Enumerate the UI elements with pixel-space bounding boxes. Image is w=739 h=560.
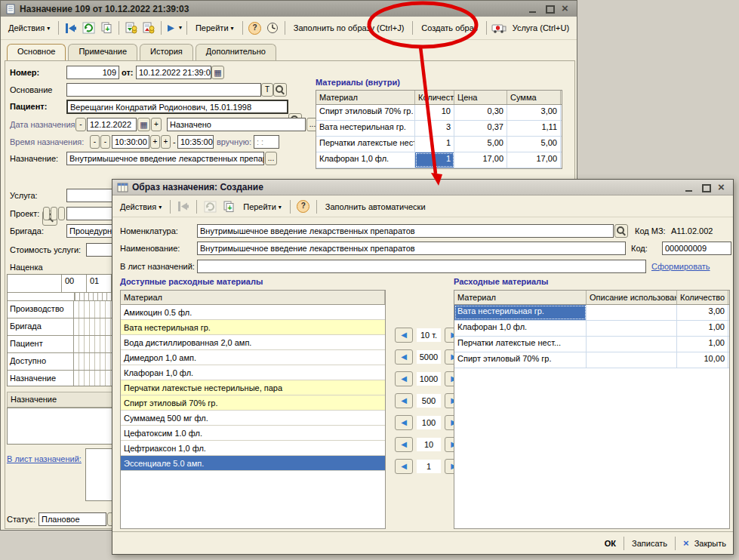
save-close-button[interactable] (63, 20, 79, 35)
cell-material[interactable]: Клафоран 1,0 фл. (454, 321, 587, 336)
available-row[interactable]: Амикоцин 0.5 фл. (121, 305, 385, 320)
minimize-icon[interactable] (528, 4, 539, 14)
cell-quantity[interactable]: 1,00 (677, 321, 728, 336)
cell-material[interactable]: Перчатки латекстые нестер... (316, 137, 415, 152)
project-button-2[interactable] (51, 207, 57, 220)
move-left-button[interactable] (395, 349, 413, 365)
main-titlebar[interactable]: Назначение 109 от 10.12.2022 21:39:03 (1, 1, 577, 17)
grid-row[interactable]: Пациент (8, 336, 112, 353)
appoint-status-field[interactable]: Назначено (167, 118, 306, 131)
col-price[interactable]: Цена (454, 91, 507, 104)
cell-description[interactable] (587, 305, 677, 320)
number-field[interactable]: 109 (66, 66, 119, 79)
available-row[interactable]: Вата нестерильная гр. (121, 320, 385, 335)
col-quantity[interactable]: Количество (677, 291, 728, 304)
dialog-help-button[interactable] (295, 199, 312, 214)
cell-quantity[interactable]: 3,00 (677, 305, 728, 320)
materials-row[interactable]: Вата нестерильная гр. 3 0,37 1,11 (316, 121, 562, 137)
available-table[interactable]: Материал Амикоцин 0.5 фл. Вата нестериль… (120, 290, 386, 529)
patient-field[interactable]: Верещагин Кондратий Родионович, 15.01.19… (66, 100, 288, 114)
col-description[interactable]: Описание использования (587, 291, 677, 304)
col-sum[interactable]: Сумма (507, 91, 561, 104)
project-button-1[interactable] (43, 207, 50, 220)
move-left-button[interactable] (395, 437, 413, 452)
dialog-goto-menu[interactable]: Перейти (239, 201, 285, 213)
time-to-field[interactable]: 10:35:00 (177, 135, 214, 149)
dialog-save-close-button[interactable] (175, 199, 192, 214)
materials-table[interactable]: Материал Количест... Цена Сумма Спирт эт… (316, 90, 562, 169)
tab[interactable]: История (140, 44, 193, 60)
cell-sum[interactable]: 3,00 (507, 105, 561, 120)
appoint-date-field[interactable]: 12.12.2022 (87, 118, 137, 131)
cell-qty[interactable]: 10 (415, 105, 454, 120)
code-field[interactable]: 000000009 (662, 242, 731, 255)
grid-row-cells[interactable] (74, 301, 112, 318)
cell-sum[interactable]: 1,11 (507, 121, 561, 136)
project-button-3[interactable] (58, 207, 65, 220)
cell-material[interactable]: Вата нестерильная гр. (316, 121, 415, 136)
autofill-button[interactable]: Заполнить автоматически (322, 201, 430, 213)
dialog-close-icon[interactable] (717, 183, 728, 192)
cell-material[interactable]: Перчатки латекстые нест... (454, 337, 587, 352)
materials-row[interactable]: Клафоран 1,0 фл. 1 17,00 17,00 (316, 152, 562, 168)
service-button[interactable]: Услуга (Ctrl+U) (509, 22, 573, 34)
cell-price[interactable]: 17,00 (454, 152, 507, 168)
dialog-titlebar[interactable]: Образ назначения: Создание (112, 180, 733, 195)
cell-qty[interactable]: 3 (415, 121, 454, 136)
cell-sum[interactable]: 17,00 (507, 152, 561, 168)
assignment-group-header[interactable]: Назначение (7, 392, 112, 408)
available-row[interactable]: Димедрол 1,0 амп. (121, 350, 385, 365)
cell-quantity[interactable]: 10,00 (677, 352, 728, 368)
appoint-calendar-button[interactable] (137, 118, 150, 131)
selected-row[interactable]: Вата нестерильная гр. 3,00 (454, 305, 729, 321)
move-left-button[interactable] (395, 415, 413, 430)
close-button[interactable]: Закрыть (694, 539, 726, 548)
create-template-button[interactable]: Создать образ (417, 22, 481, 34)
generate-link[interactable]: Сформировать (651, 262, 710, 271)
move-left-button[interactable] (395, 328, 413, 343)
cell-price[interactable]: 5,00 (454, 137, 507, 152)
name-field[interactable]: Внутримышечное введение лекарственных пр… (197, 242, 626, 255)
selected-row[interactable]: Клафоран 1,0 фл. 1,00 (454, 321, 729, 337)
nomenclature-search-button[interactable] (614, 224, 628, 238)
available-row[interactable]: Вода дистиллированная 2,0 амп. (121, 335, 385, 350)
dialog-copy-add-button[interactable]: + (220, 199, 237, 214)
time-plus2-button[interactable]: + (161, 135, 171, 149)
grid-row-cells[interactable] (74, 336, 112, 352)
tab[interactable]: Примечание (68, 44, 137, 60)
move-left-button[interactable] (395, 371, 413, 386)
selected-row[interactable]: Спирт этиловый 70% гр. 10,00 (454, 352, 729, 368)
fill-in-button[interactable] (124, 20, 139, 35)
assignment-list-box[interactable] (7, 408, 112, 445)
available-row[interactable]: Цефатоксим 1.0 фл. (121, 426, 385, 441)
date-minus-button[interactable]: - (75, 118, 86, 131)
cell-price[interactable]: 0,30 (454, 105, 507, 120)
available-row[interactable]: Эссенциале 5.0 амп. (121, 456, 385, 471)
grid-row[interactable]: Бригада (8, 318, 112, 336)
refresh-button[interactable] (81, 20, 96, 35)
actions-menu[interactable]: Действия (5, 22, 54, 34)
cell-quantity[interactable]: 1,00 (677, 337, 728, 352)
datetime-field[interactable]: 10.12.2022 21:39:03 (136, 66, 211, 79)
assignment-field[interactable]: Внутримышечное введение лекарственных пр… (66, 152, 264, 165)
materials-row[interactable]: Перчатки латекстые нестер... 1 5,00 5,00 (316, 137, 562, 152)
move-left-button[interactable] (395, 393, 413, 408)
fill-by-template-button[interactable]: Заполнить по образу (Ctrl+J) (290, 22, 408, 34)
manual-time-field[interactable]: : : (254, 135, 279, 149)
date-plus-button[interactable]: + (151, 118, 162, 131)
cell-material[interactable]: Спирт этиловый 70% гр. (454, 352, 587, 368)
available-row[interactable]: Клафоран 1,0 фл. (121, 365, 385, 380)
col-material[interactable]: Материал (121, 291, 385, 304)
time-minus2-button[interactable]: - (100, 135, 110, 149)
grid-row-cells[interactable] (74, 318, 112, 335)
assignment-more-button[interactable]: ... (265, 152, 277, 165)
text-type-button[interactable]: Т (261, 83, 273, 97)
status-field[interactable]: Плановое (38, 512, 106, 526)
cell-description[interactable] (587, 352, 677, 368)
available-row[interactable]: Перчатки латекстые нестерильные, пара (121, 380, 385, 395)
time-from-field[interactable]: 10:30:00 (112, 135, 149, 149)
markup-grid[interactable]: 0001 ПроизводствоБригадаПациентДоступноН… (7, 274, 112, 386)
tab[interactable]: Основное (7, 44, 66, 60)
cell-description[interactable] (587, 321, 677, 336)
selected-table[interactable]: Материал Описание использования Количест… (454, 290, 730, 529)
